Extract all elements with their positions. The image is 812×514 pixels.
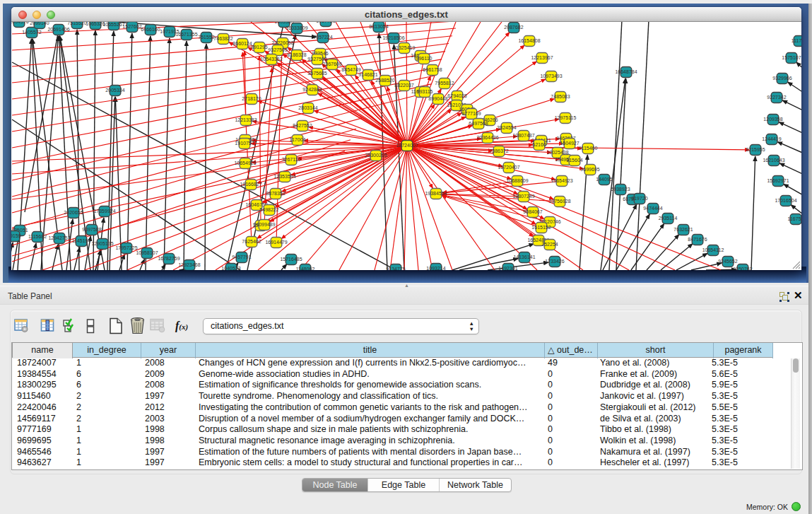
svg-text:16782759: 16782759 [158,256,180,261]
svg-text:16210643: 16210643 [763,158,784,163]
svg-text:6497568: 6497568 [469,121,488,126]
svg-text:2087682: 2087682 [504,25,523,30]
svg-text:2588520: 2588520 [375,78,394,83]
svg-text:12905135: 12905135 [91,241,113,246]
svg-text:10973493: 10973493 [540,74,562,78]
svg-text:10688609: 10688609 [506,178,528,183]
svg-text:7515520: 7515520 [67,22,86,25]
svg-text:1209358: 1209358 [763,117,782,122]
svg-text:2367608: 2367608 [322,62,341,66]
svg-text:116753: 116753 [788,216,801,221]
svg-text:2005334: 2005334 [105,88,124,93]
svg-text:16914479: 16914479 [265,240,287,245]
svg-text:7386372: 7386372 [489,148,508,153]
svg-text:19166827: 19166827 [240,182,261,187]
svg-text:9115460: 9115460 [579,146,598,151]
svg-text:20364436: 20364436 [476,135,498,140]
svg-text:8660124: 8660124 [233,41,252,46]
svg-text:16671355: 16671355 [175,32,197,37]
svg-text:9245652: 9245652 [718,259,737,264]
svg-text:1575107: 1575107 [782,55,801,60]
svg-text:7463822: 7463822 [213,36,233,41]
svg-text:9084067: 9084067 [523,209,542,214]
svg-text:1145194: 1145194 [72,238,91,243]
svg-text:6961758: 6961758 [423,67,442,72]
svg-text:12213383: 12213383 [235,117,257,122]
svg-text:9699695: 9699695 [580,167,599,172]
svg-text:16033809: 16033809 [286,25,307,30]
svg-text:14099489: 14099489 [253,222,275,227]
svg-text:9134775: 9134775 [386,267,405,270]
svg-text:2718170: 2718170 [242,96,261,101]
svg-text:7625402: 7625402 [242,239,261,244]
svg-text:6794028: 6794028 [447,93,466,98]
svg-text:7485083: 7485083 [551,94,570,99]
svg-text:5938923: 5938923 [611,187,630,192]
svg-text:12353594: 12353594 [273,174,295,179]
svg-text:751552: 751552 [198,35,214,40]
svg-text:6466160: 6466160 [141,27,160,32]
svg-text:1615152: 1615152 [531,225,551,230]
svg-text:17016504: 17016504 [775,198,796,203]
svg-text:9777169: 9777169 [461,111,481,116]
svg-text:1733426: 1733426 [545,259,564,264]
svg-text:9329966: 9329966 [772,76,792,81]
svg-text:1527602: 1527602 [122,24,141,29]
svg-text:10655267: 10655267 [102,22,124,27]
svg-text:12942757: 12942757 [48,235,70,240]
svg-text:8471676: 8471676 [688,237,707,242]
svg-text:9457791: 9457791 [232,255,251,259]
svg-text:10958107: 10958107 [136,250,158,255]
svg-text:17359924: 17359924 [93,209,115,214]
svg-text:39159: 39159 [11,233,21,238]
svg-text:16648784: 16648784 [615,69,637,74]
svg-text:12213967: 12213967 [531,55,553,60]
svg-text:1093214: 1093214 [426,266,445,270]
svg-text:8822037: 8822037 [394,83,413,88]
svg-text:891295: 891295 [251,45,267,49]
svg-text:117004: 117004 [290,137,306,142]
svg-text:10756928: 10756928 [548,199,570,204]
svg-text:919720: 919720 [631,196,647,201]
svg-text:8454749: 8454749 [341,67,360,72]
svg-text:1405572: 1405572 [22,30,41,35]
svg-text:993115: 993115 [417,89,433,94]
svg-text:8990448: 8990448 [428,96,447,101]
svg-text:15716485: 15716485 [280,257,302,262]
svg-text:3267110: 3267110 [282,157,301,162]
svg-text:10543362: 10543362 [260,57,282,62]
svg-text:1910757: 1910757 [235,141,254,146]
svg-text:9397588: 9397588 [82,227,101,232]
svg-text:8186328: 8186328 [287,52,306,57]
svg-text:3675685: 3675685 [307,71,326,76]
svg-text:111724: 111724 [792,38,801,43]
svg-text:9146821: 9146821 [358,72,377,77]
svg-text:14136141: 14136141 [513,255,535,259]
svg-text:15720407: 15720407 [498,165,519,170]
svg-text:1057721: 1057721 [316,22,335,23]
svg-text:252254: 252254 [541,242,558,247]
svg-text:19654923: 19654923 [551,178,572,183]
svg-text:5498222: 5498222 [259,207,278,212]
svg-text:20691406: 20691406 [47,27,69,32]
svg-text:10654112: 10654112 [702,247,724,252]
svg-text:17957225: 17957225 [115,245,137,250]
svg-text:10807487: 10807487 [512,133,534,138]
svg-text:12975115: 12975115 [555,115,577,120]
svg-text:8813054: 8813054 [369,24,388,29]
svg-text:144095: 144095 [596,177,612,182]
svg-text:19384554: 19384554 [425,191,447,196]
svg-text:9327508: 9327508 [307,57,326,62]
svg-text:1504927: 1504927 [560,141,579,146]
svg-text:1004376: 1004376 [11,22,29,24]
svg-text:1603380: 1603380 [274,22,293,24]
svg-text:7632621: 7632621 [673,227,693,232]
svg-text:915604: 915604 [566,158,582,163]
svg-text:25300295: 25300295 [365,153,387,158]
svg-text:2020655: 2020655 [64,210,83,215]
svg-text:3824554: 3824554 [497,125,516,130]
svg-text:7955812: 7955812 [435,81,454,86]
svg-text:1115682: 1115682 [28,234,47,239]
svg-text:2935114: 2935114 [659,216,678,221]
svg-text:16154808: 16154808 [518,38,540,43]
